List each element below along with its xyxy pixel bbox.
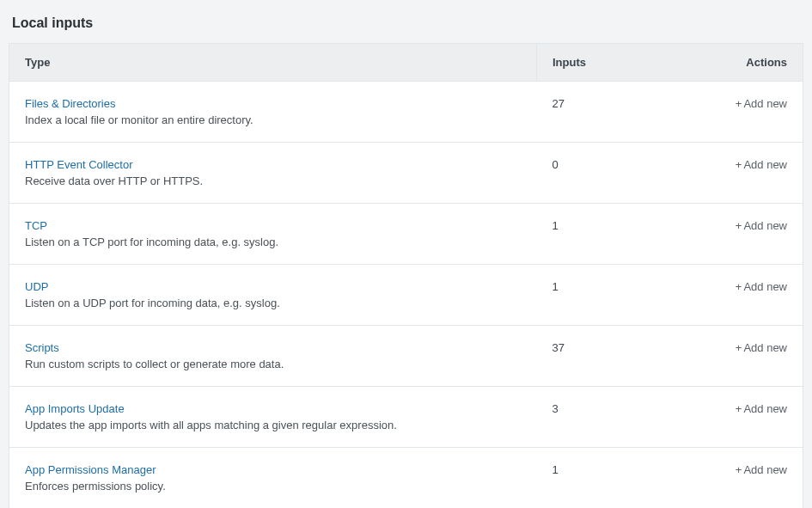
- plus-icon: +: [736, 402, 742, 415]
- cell-type: Files & Directories Index a local file o…: [9, 82, 537, 143]
- add-new-button[interactable]: +Add new: [736, 341, 787, 354]
- column-header-inputs: Inputs: [537, 44, 666, 82]
- add-new-button[interactable]: +Add new: [736, 402, 787, 415]
- input-type-description: Receive data over HTTP or HTTPS.: [25, 174, 522, 187]
- input-type-link[interactable]: Scripts: [25, 341, 59, 354]
- input-type-link[interactable]: UDP: [25, 280, 48, 293]
- plus-icon: +: [736, 97, 742, 110]
- add-new-button[interactable]: +Add new: [736, 158, 787, 171]
- plus-icon: +: [736, 463, 742, 476]
- cell-actions: +Add new: [666, 143, 803, 204]
- input-type-description: Index a local file or monitor an entire …: [25, 113, 522, 126]
- add-new-label: Add new: [743, 463, 787, 476]
- table-row: TCP Listen on a TCP port for incoming da…: [9, 204, 803, 265]
- input-type-description: Enforces permissions policy.: [25, 480, 522, 493]
- cell-actions: +Add new: [666, 82, 803, 143]
- add-new-label: Add new: [743, 402, 787, 415]
- cell-type: HTTP Event Collector Receive data over H…: [9, 143, 537, 204]
- input-type-description: Listen on a TCP port for incoming data, …: [25, 236, 522, 248]
- input-type-description: Run custom scripts to collect or generat…: [25, 358, 522, 370]
- cell-actions: +Add new: [666, 204, 803, 265]
- input-type-description: Updates the app imports with all apps ma…: [25, 419, 522, 431]
- add-new-label: Add new: [743, 219, 787, 232]
- local-inputs-table: Type Inputs Actions Files & Directories …: [9, 43, 803, 508]
- add-new-label: Add new: [743, 280, 787, 293]
- cell-type: TCP Listen on a TCP port for incoming da…: [9, 204, 537, 265]
- plus-icon: +: [736, 219, 742, 232]
- input-type-link[interactable]: App Permissions Manager: [25, 463, 156, 476]
- cell-type: App Permissions Manager Enforces permiss…: [9, 448, 537, 509]
- plus-icon: +: [736, 341, 742, 354]
- input-type-link[interactable]: HTTP Event Collector: [25, 158, 132, 171]
- add-new-button[interactable]: +Add new: [736, 280, 787, 293]
- section-title: Local inputs: [12, 15, 803, 31]
- column-header-actions: Actions: [666, 44, 803, 82]
- add-new-button[interactable]: +Add new: [736, 97, 787, 110]
- table-header-row: Type Inputs Actions: [9, 44, 803, 82]
- cell-actions: +Add new: [666, 387, 803, 448]
- column-header-type: Type: [9, 44, 537, 82]
- add-new-button[interactable]: +Add new: [736, 219, 787, 232]
- plus-icon: +: [736, 280, 742, 293]
- cell-actions: +Add new: [666, 265, 803, 326]
- cell-inputs-count: 1: [537, 204, 666, 265]
- add-new-label: Add new: [743, 341, 787, 354]
- cell-inputs-count: 1: [537, 265, 666, 326]
- input-type-link[interactable]: App Imports Update: [25, 402, 125, 415]
- plus-icon: +: [736, 158, 742, 171]
- cell-type: App Imports Update Updates the app impor…: [9, 387, 537, 448]
- cell-type: Scripts Run custom scripts to collect or…: [9, 326, 537, 387]
- cell-inputs-count: 0: [537, 143, 666, 204]
- input-type-link[interactable]: Files & Directories: [25, 97, 115, 110]
- table-row: Scripts Run custom scripts to collect or…: [9, 326, 803, 387]
- table-row: UDP Listen on a UDP port for incoming da…: [9, 265, 803, 326]
- cell-inputs-count: 3: [537, 387, 666, 448]
- table-row: App Permissions Manager Enforces permiss…: [9, 448, 803, 509]
- add-new-label: Add new: [743, 97, 787, 110]
- table-row: Files & Directories Index a local file o…: [9, 82, 803, 143]
- cell-inputs-count: 27: [537, 82, 666, 143]
- add-new-label: Add new: [743, 158, 787, 171]
- cell-inputs-count: 1: [537, 448, 666, 509]
- input-type-description: Listen on a UDP port for incoming data, …: [25, 297, 522, 309]
- table-row: HTTP Event Collector Receive data over H…: [9, 143, 803, 204]
- add-new-button[interactable]: +Add new: [736, 463, 787, 476]
- table-row: App Imports Update Updates the app impor…: [9, 387, 803, 448]
- cell-actions: +Add new: [666, 326, 803, 387]
- cell-actions: +Add new: [666, 448, 803, 509]
- input-type-link[interactable]: TCP: [25, 219, 47, 232]
- cell-inputs-count: 37: [537, 326, 666, 387]
- cell-type: UDP Listen on a UDP port for incoming da…: [9, 265, 537, 326]
